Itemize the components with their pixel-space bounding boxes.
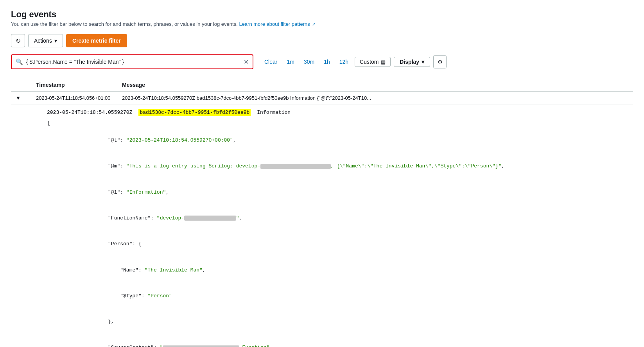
custom-label: Custom bbox=[360, 59, 379, 65]
learn-more-link[interactable]: Learn more about filter patterns ↗ bbox=[239, 21, 316, 27]
gear-icon: ⚙ bbox=[438, 59, 443, 65]
json-person-name: "Name": "The Invisible Man", bbox=[47, 257, 628, 283]
chevron-down-icon: ▾ bbox=[422, 59, 424, 65]
time-controls: Clear 1m 30m 1h 12h Custom ▦ bbox=[260, 56, 391, 67]
create-metric-label: Create metric filter bbox=[72, 38, 121, 44]
col-expand-header bbox=[11, 79, 31, 92]
actions-button[interactable]: Actions ▾ bbox=[28, 34, 63, 47]
json-l-field: "@l": "Information", bbox=[47, 180, 628, 205]
clear-button[interactable]: Clear bbox=[260, 56, 282, 67]
log-table-body: ▼ 2023-05-24T11:18:54.056+01:00 2023-05-… bbox=[11, 92, 633, 347]
time-30m-button[interactable]: 30m bbox=[299, 56, 319, 67]
display-label: Display bbox=[400, 59, 419, 65]
log-message-truncated: 2023-05-24T10:18:54.0559270Z bad1538c-7d… bbox=[117, 92, 633, 104]
json-body: { "@t": "2023-05-24T10:18:54.0559270+00:… bbox=[47, 119, 628, 347]
time-1m-button[interactable]: 1m bbox=[282, 56, 299, 67]
settings-button[interactable]: ⚙ bbox=[433, 55, 447, 68]
detail-request-id: bad1538c-7dcc-4bb7-9951-fbfd2f50ee9b bbox=[138, 109, 251, 116]
chevron-down-icon: ▾ bbox=[54, 38, 57, 44]
create-metric-filter-button[interactable]: Create metric filter bbox=[66, 34, 127, 47]
json-open-brace: { bbox=[47, 119, 628, 128]
calendar-icon: ▦ bbox=[381, 59, 386, 65]
time-1h-button[interactable]: 1h bbox=[319, 56, 335, 67]
log-detail-row: 2023-05-24T10:18:54.0559270Z bad1538c-7d… bbox=[11, 104, 633, 347]
search-box: 🔍 ✕ bbox=[11, 54, 253, 69]
clear-search-icon[interactable]: ✕ bbox=[244, 58, 249, 66]
table-row: ▼ 2023-05-24T11:18:54.056+01:00 2023-05-… bbox=[11, 92, 633, 104]
json-at-field: "@t": "2023-05-24T10:18:54.0559270+00:00… bbox=[47, 128, 628, 153]
time-12h-button[interactable]: 12h bbox=[335, 56, 353, 67]
refresh-button[interactable]: ↻ bbox=[11, 34, 25, 47]
collapse-arrow[interactable]: ▼ bbox=[11, 92, 31, 104]
json-am-field: "@m": "This is a log entry using Serilog… bbox=[47, 153, 628, 179]
table-header: Timestamp Message bbox=[11, 79, 633, 92]
page-header: Log events You can use the filter bar be… bbox=[11, 9, 633, 27]
log-timestamp: 2023-05-24T11:18:54.056+01:00 bbox=[31, 92, 117, 104]
page-title: Log events bbox=[11, 9, 633, 20]
json-person-type: "$type": "Person" bbox=[47, 283, 628, 309]
custom-time-button[interactable]: Custom ▦ bbox=[355, 57, 391, 67]
json-sourcecontext-field: "SourceContext": "XXXXXXXXXXXXXXXXXXXXXX… bbox=[47, 335, 628, 347]
json-functionname-field: "FunctionName": "develop-XXXXXXXXXXXXXXX… bbox=[47, 205, 628, 231]
log-table: Timestamp Message ▼ 2023-05-24T11:18:54.… bbox=[11, 79, 633, 347]
toolbar: ↻ Actions ▾ Create metric filter bbox=[11, 34, 633, 47]
display-button[interactable]: Display ▾ bbox=[394, 57, 430, 67]
json-person-close: }, bbox=[47, 309, 628, 335]
json-person-open: "Person": { bbox=[47, 231, 628, 257]
detail-timestamp: 2023-05-24T10:18:54.0559270Z bbox=[47, 110, 132, 115]
col-message-header: Message bbox=[117, 79, 633, 92]
page-subtitle: You can use the filter bar below to sear… bbox=[11, 21, 633, 27]
filter-row: 🔍 ✕ Clear 1m 30m 1h 12h Custom ▦ Display… bbox=[11, 54, 633, 69]
search-input[interactable] bbox=[26, 59, 240, 65]
external-link-icon: ↗ bbox=[312, 22, 316, 27]
col-timestamp-header: Timestamp bbox=[31, 79, 117, 92]
search-icon: 🔍 bbox=[16, 58, 23, 65]
detail-level: Information bbox=[257, 110, 291, 115]
refresh-icon: ↻ bbox=[16, 37, 21, 45]
log-detail-content: 2023-05-24T10:18:54.0559270Z bad1538c-7d… bbox=[31, 104, 633, 347]
actions-label: Actions bbox=[34, 38, 52, 44]
